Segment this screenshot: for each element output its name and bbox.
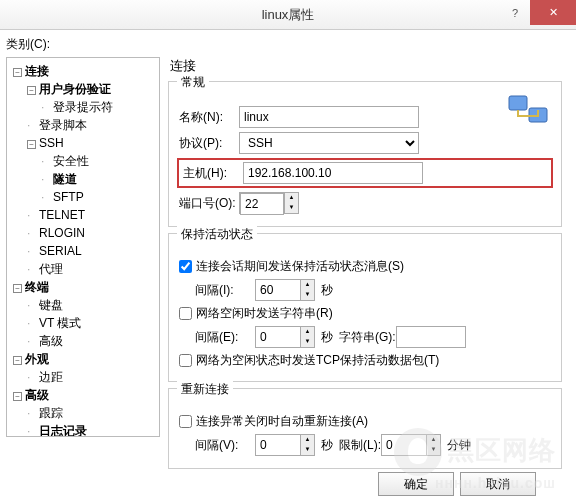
protocol-select[interactable]: SSH — [239, 132, 419, 154]
window-title: linux属性 — [0, 6, 576, 24]
svg-rect-0 — [509, 96, 527, 110]
spin-down-icon[interactable]: ▼ — [301, 290, 314, 300]
titlebar: linux属性 ? ✕ — [0, 0, 576, 30]
leaf-icon: · — [27, 422, 36, 437]
collapse-icon[interactable]: − — [27, 140, 36, 149]
port-spinner[interactable]: ▲▼ — [239, 192, 299, 214]
tree-trace[interactable]: ·跟踪 — [27, 404, 159, 422]
tree-serial[interactable]: ·SERIAL — [27, 242, 159, 260]
port-input[interactable] — [240, 193, 284, 215]
leaf-icon: · — [27, 116, 36, 134]
reconnect-interval-label: 间隔(V): — [195, 437, 255, 454]
spin-down-icon[interactable]: ▼ — [301, 445, 314, 455]
keepalive-legend: 保持活动状态 — [177, 226, 257, 243]
leaf-icon: · — [27, 332, 36, 350]
collapse-icon[interactable]: − — [13, 356, 22, 365]
interval1-spinner[interactable]: ▲▼ — [255, 279, 315, 301]
leaf-icon: · — [27, 404, 36, 422]
spin-up-icon[interactable]: ▲ — [301, 327, 314, 337]
tree-rlogin[interactable]: ·RLOGIN — [27, 224, 159, 242]
host-label: 主机(H): — [183, 165, 243, 182]
ok-button[interactable]: 确定 — [378, 472, 454, 496]
leaf-icon: · — [27, 368, 36, 386]
reconnect-legend: 重新连接 — [177, 381, 233, 398]
leaf-icon: · — [27, 224, 36, 242]
keepalive-msg-label: 连接会话期间发送保持活动状态消息(S) — [196, 258, 404, 275]
tree-login-script[interactable]: ·登录脚本 — [27, 116, 159, 134]
spin-up-icon[interactable]: ▲ — [301, 435, 314, 445]
auto-reconnect-checkbox[interactable] — [179, 415, 192, 428]
port-label: 端口号(O): — [179, 195, 239, 212]
tree-login-prompt[interactable]: ·登录提示符 — [41, 98, 159, 116]
tree-proxy[interactable]: ·代理 — [27, 260, 159, 278]
leaf-icon: · — [27, 206, 36, 224]
tree-logging[interactable]: ·日志记录 — [27, 422, 159, 437]
leaf-icon: · — [41, 152, 50, 170]
collapse-icon[interactable]: − — [13, 68, 22, 77]
tree-telnet[interactable]: ·TELNET — [27, 206, 159, 224]
reconnect-limit-spinner[interactable]: ▲▼ — [381, 434, 441, 456]
tcp-keepalive-checkbox[interactable] — [179, 354, 192, 367]
sec-unit: 秒 — [321, 329, 333, 346]
tcp-keepalive-label: 网络为空闲状态时发送TCP保持活动数据包(T) — [196, 352, 439, 369]
interval2-input[interactable] — [256, 327, 300, 347]
collapse-icon[interactable]: − — [13, 392, 22, 401]
tree-appearance[interactable]: −外观 ·边距 — [13, 350, 159, 386]
leaf-icon: · — [27, 314, 36, 332]
host-input[interactable] — [243, 162, 423, 184]
name-input[interactable] — [239, 106, 419, 128]
keepalive-msg-checkbox[interactable] — [179, 260, 192, 273]
tree-advanced[interactable]: −高级 ·跟踪 ·日志记录 ·ZMODEM — [13, 386, 159, 437]
network-icon — [507, 92, 551, 128]
tree-vt-mode[interactable]: ·VT 模式 — [27, 314, 159, 332]
leaf-icon: · — [27, 260, 36, 278]
tree-adv-term[interactable]: ·高级 — [27, 332, 159, 350]
interval2-spinner[interactable]: ▲▼ — [255, 326, 315, 348]
sec-unit: 秒 — [321, 282, 333, 299]
tree-tunnel[interactable]: ·隧道 — [41, 170, 159, 188]
idle-string-input[interactable] — [396, 326, 466, 348]
spin-up-icon[interactable]: ▲ — [427, 435, 440, 445]
tree-sftp[interactable]: ·SFTP — [41, 188, 159, 206]
tree-user-auth[interactable]: −用户身份验证 ·登录提示符 — [27, 80, 159, 116]
right-panel: 连接 常规 名称(N): 协议(P): SSH 主机(H): 端口号(O): — [160, 57, 570, 475]
interval1-label: 间隔(I): — [195, 282, 255, 299]
name-label: 名称(N): — [179, 109, 239, 126]
tree-ssh[interactable]: −SSH ·安全性 ·隧道 ·SFTP — [27, 134, 159, 206]
tree-security[interactable]: ·安全性 — [41, 152, 159, 170]
reconnect-interval-spinner[interactable]: ▲▼ — [255, 434, 315, 456]
tree-keyboard[interactable]: ·键盘 — [27, 296, 159, 314]
spin-up-icon[interactable]: ▲ — [301, 280, 314, 290]
auto-reconnect-label: 连接异常关闭时自动重新连接(A) — [196, 413, 368, 430]
spin-down-icon[interactable]: ▼ — [285, 203, 298, 213]
leaf-icon: · — [41, 98, 50, 116]
leaf-icon: · — [41, 188, 50, 206]
protocol-label: 协议(P): — [179, 135, 239, 152]
general-group: 常规 名称(N): 协议(P): SSH 主机(H): 端口号(O): ▲▼ — [168, 81, 562, 227]
category-tree[interactable]: −连接 −用户身份验证 ·登录提示符 ·登录脚本 −SSH ·安全性 ·隧道 — [6, 57, 160, 437]
general-legend: 常规 — [177, 74, 209, 91]
section-title: 连接 — [170, 57, 562, 75]
tree-margin[interactable]: ·边距 — [27, 368, 159, 386]
category-label: 类别(C): — [0, 30, 576, 57]
collapse-icon[interactable]: − — [13, 284, 22, 293]
tree-terminal[interactable]: −终端 ·键盘 ·VT 模式 ·高级 — [13, 278, 159, 350]
close-button[interactable]: ✕ — [530, 0, 576, 25]
spin-up-icon[interactable]: ▲ — [285, 193, 298, 203]
reconnect-interval-input[interactable] — [256, 435, 300, 455]
reconnect-limit-input[interactable] — [382, 435, 426, 455]
host-row-highlight: 主机(H): — [177, 158, 553, 188]
window-buttons: ? ✕ — [500, 0, 576, 25]
collapse-icon[interactable]: − — [27, 86, 36, 95]
spin-down-icon[interactable]: ▼ — [301, 337, 314, 347]
help-button[interactable]: ? — [500, 0, 530, 25]
idle-string-checkbox[interactable] — [179, 307, 192, 320]
cancel-button[interactable]: 取消 — [460, 472, 536, 496]
spin-down-icon[interactable]: ▼ — [427, 445, 440, 455]
sec-unit: 秒 — [321, 437, 333, 454]
idle-string-label: 网络空闲时发送字符串(R) — [196, 305, 333, 322]
tree-connection[interactable]: −连接 −用户身份验证 ·登录提示符 ·登录脚本 −SSH ·安全性 ·隧道 — [13, 62, 159, 278]
interval1-input[interactable] — [256, 280, 300, 300]
interval2-label: 间隔(E): — [195, 329, 255, 346]
reconnect-group: 重新连接 连接异常关闭时自动重新连接(A) 间隔(V): ▲▼ 秒 限制(L):… — [168, 388, 562, 469]
